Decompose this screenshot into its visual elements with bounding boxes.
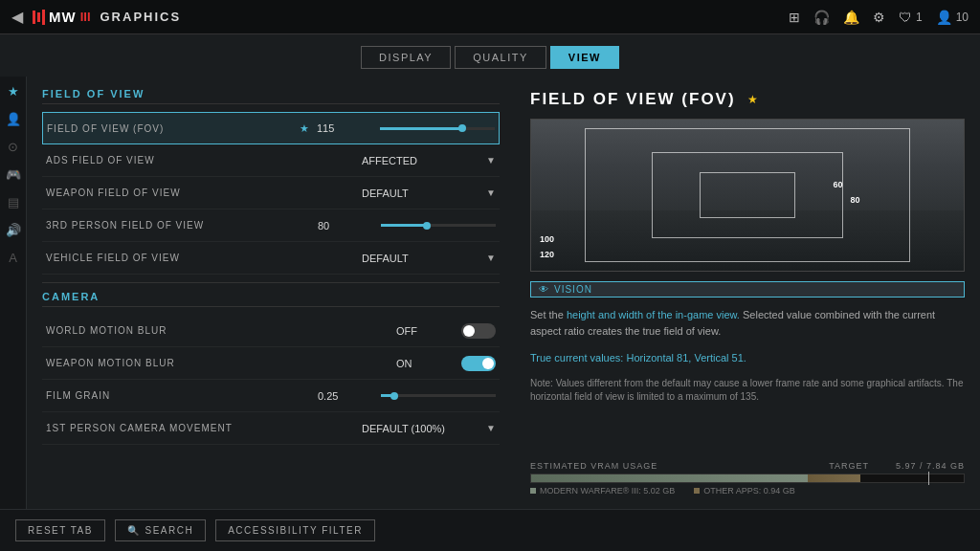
accessibility-filter-button[interactable]: ACCESSIBILITY FILTER xyxy=(215,519,375,541)
setting-row-vehicle-fov[interactable]: VEHICLE FIELD OF VIEW DEFAULT ▼ xyxy=(42,242,500,275)
headset-icon[interactable]: 🎧 xyxy=(813,10,830,25)
setting-label-world-blur: WORLD MOTION BLUR xyxy=(46,325,396,336)
player-count: 1 xyxy=(916,11,923,24)
vehicle-fov-dropdown[interactable]: DEFAULT ▼ xyxy=(362,253,496,264)
setting-row-weapon-blur[interactable]: WEAPON MOTION BLUR ON xyxy=(42,347,500,380)
logo-text: MW xyxy=(49,9,77,25)
side-icon-display[interactable]: ▤ xyxy=(8,195,19,209)
vram-target-line xyxy=(928,472,929,485)
camera-section-header: CAMERA xyxy=(42,291,500,307)
vram-dot-mw xyxy=(530,488,536,494)
tabs-row: DISPLAY QUALITY VIEW xyxy=(0,34,980,77)
world-blur-knob xyxy=(463,325,475,337)
setting-label-3rd-fov: 3RD PERSON FIELD OF VIEW xyxy=(46,220,318,231)
fov-slider-fill xyxy=(380,127,462,130)
description-highlight: height and width of the in-game view. xyxy=(567,309,740,320)
gear-icon[interactable]: ⚙ xyxy=(873,10,885,25)
shield-icon: 🛡 xyxy=(899,10,912,25)
weapon-blur-knob xyxy=(482,358,494,369)
weapon-fov-value: DEFAULT xyxy=(362,187,480,199)
fov-title: FIELD OF VIEW (FOV) xyxy=(530,90,736,109)
setting-label-fov: FIELD OF VIEW (FOV) xyxy=(47,123,300,134)
setting-row-fov[interactable]: FIELD OF VIEW (FOV) ★ 115 xyxy=(42,112,500,144)
world-blur-toggle[interactable] xyxy=(461,323,496,339)
fov-slider[interactable]: 115 xyxy=(317,122,495,134)
setting-row-1st-camera[interactable]: 1ST PERSON CAMERA MOVEMENT DEFAULT (100%… xyxy=(42,412,500,445)
chevron-down-icon-3: ▼ xyxy=(486,253,496,263)
vision-badge: 👁 VISION xyxy=(530,281,965,298)
chevron-down-icon: ▼ xyxy=(486,155,496,165)
film-grain-track[interactable] xyxy=(381,394,496,397)
setting-row-ads-fov[interactable]: ADS FIELD OF VIEW AFFECTED ▼ xyxy=(42,144,500,177)
true-current-label: True current values: xyxy=(530,352,623,364)
fov-note: Note: Values different from the default … xyxy=(530,377,965,404)
true-current-values: True current values: Horizontal 81, Vert… xyxy=(530,352,965,364)
3rd-fov-slider[interactable]: 80 xyxy=(318,220,496,231)
friends-group: 👤 10 xyxy=(936,10,969,25)
page-title: GRAPHICS xyxy=(100,10,779,24)
search-button[interactable]: 🔍 SEARCH xyxy=(115,519,206,541)
tab-quality[interactable]: QUALITY xyxy=(455,46,546,69)
grid-icon[interactable]: ⊞ xyxy=(789,10,800,25)
weapon-fov-dropdown[interactable]: DEFAULT ▼ xyxy=(362,187,496,199)
fov-title-row: FIELD OF VIEW (FOV) ★ xyxy=(530,90,965,109)
chevron-down-icon-4: ▼ xyxy=(486,423,496,433)
film-grain-thumb xyxy=(390,392,398,400)
setting-label-1st-camera: 1ST PERSON CAMERA MOVEMENT xyxy=(46,423,362,433)
vision-eye-icon: 👁 xyxy=(539,284,549,295)
friends-count: 10 xyxy=(956,11,969,24)
1st-camera-dropdown[interactable]: DEFAULT (100%) ▼ xyxy=(362,423,496,434)
fov-star: ★ xyxy=(300,122,309,135)
setting-label-ads-fov: ADS FIELD OF VIEW xyxy=(46,155,362,165)
true-current-value: Horizontal 81, Vertical 51. xyxy=(626,352,746,364)
topbar: ◀ MW III GRAPHICS ⊞ 🎧 🔔 ⚙ 🛡 1 👤 10 xyxy=(0,0,980,34)
vram-bar-other xyxy=(808,474,859,482)
setting-row-weapon-fov[interactable]: WEAPON FIELD OF VIEW DEFAULT ▼ xyxy=(42,177,500,209)
setting-row-world-blur[interactable]: WORLD MOTION BLUR OFF xyxy=(42,315,500,347)
3rd-fov-value: 80 xyxy=(318,220,375,231)
vehicle-fov-value: DEFAULT xyxy=(362,253,480,264)
side-icon-person[interactable]: 👤 xyxy=(6,112,21,126)
reset-tab-button[interactable]: RESET TAB xyxy=(15,519,105,541)
vram-labels: MODERN WARFARE® III: 5.02 GB OTHER APPS:… xyxy=(530,486,965,496)
vram-dot-other xyxy=(694,488,700,494)
3rd-fov-fill xyxy=(381,224,427,227)
3rd-fov-track[interactable] xyxy=(381,224,496,227)
side-icons: ★ 👤 ⊙ 🎮 ▤ 🔊 A xyxy=(0,77,27,509)
fov-slider-track[interactable] xyxy=(380,127,495,130)
bell-icon[interactable]: 🔔 xyxy=(843,10,859,25)
shield-group: 🛡 1 xyxy=(899,10,923,25)
1st-camera-value: DEFAULT (100%) xyxy=(362,423,480,434)
ads-fov-dropdown[interactable]: AFFECTED ▼ xyxy=(362,155,496,166)
topbar-icons: ⊞ 🎧 🔔 ⚙ 🛡 1 👤 10 xyxy=(789,10,969,25)
right-panel: FIELD OF VIEW (FOV) ★ 60 80 100 120 xyxy=(515,77,980,509)
world-blur-value: OFF xyxy=(396,325,454,337)
tab-view[interactable]: VIEW xyxy=(550,46,619,69)
fov-scene: 60 80 100 120 xyxy=(531,120,964,271)
side-icon-sound[interactable]: 🔊 xyxy=(6,223,21,237)
settings-panel: FIELD OF VIEW FIELD OF VIEW (FOV) ★ 115 … xyxy=(27,77,515,509)
setting-row-3rd-fov[interactable]: 3RD PERSON FIELD OF VIEW 80 xyxy=(42,209,500,242)
fov-title-star: ★ xyxy=(747,93,758,106)
setting-label-film-grain: FILM GRAIN xyxy=(46,390,318,401)
vram-section: ESTIMATED VRAM USAGE TARGET 5.97 / 7.84 … xyxy=(530,461,965,496)
vram-target-label: TARGET 5.97 / 7.84 GB xyxy=(829,461,965,471)
vram-label-other: OTHER APPS: 0.94 GB xyxy=(694,486,795,496)
side-icon-target[interactable]: ⊙ xyxy=(8,140,18,154)
film-grain-slider[interactable]: 0.25 xyxy=(318,390,496,402)
setting-label-vehicle-fov: VEHICLE FIELD OF VIEW xyxy=(46,253,362,263)
tab-display[interactable]: DISPLAY xyxy=(361,46,451,69)
fov-label-80: 80 xyxy=(851,195,860,205)
setting-row-film-grain[interactable]: FILM GRAIN 0.25 xyxy=(42,380,500,412)
side-icon-star[interactable]: ★ xyxy=(8,84,19,99)
vram-bar-mw xyxy=(531,474,808,482)
side-icon-letter[interactable]: A xyxy=(9,251,17,265)
logo-bars xyxy=(33,10,45,25)
side-icon-gamepad[interactable]: 🎮 xyxy=(6,167,21,182)
fov-rect-inner xyxy=(700,172,795,218)
game-logo: MW III xyxy=(33,9,91,25)
back-button[interactable]: ◀ xyxy=(11,8,23,26)
weapon-blur-toggle[interactable] xyxy=(461,356,496,371)
bottom-bar: RESET TAB 🔍 SEARCH ACCESSIBILITY FILTER xyxy=(0,509,980,551)
fov-label-120: 120 xyxy=(540,250,554,259)
